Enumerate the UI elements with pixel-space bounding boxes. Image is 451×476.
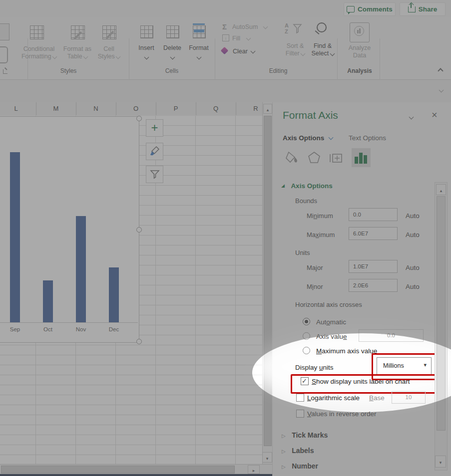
fill-button[interactable]: ↓ Fill [221, 34, 256, 43]
sort-filter-button[interactable]: AZ Sort & Filter [281, 21, 310, 72]
section-number[interactable]: ▷ Number [282, 462, 318, 471]
chart-category-axis: SepOctNovDec [0, 117, 138, 342]
chart-handle-right-mid[interactable] [136, 227, 142, 233]
tab-axis-options[interactable]: Axis Options [283, 134, 333, 142]
pane-scroll-thumb[interactable] [437, 196, 446, 431]
max-axis-value-radio[interactable] [303, 347, 310, 354]
excel-window: Comments Share Conditional Formatting [0, 0, 451, 476]
reverse-order-label: Values in reverse order [307, 410, 377, 418]
insert-button[interactable]: Insert [134, 22, 159, 72]
autosum-button[interactable]: Σ AutoSum [221, 22, 268, 31]
automatic-radio[interactable] [303, 318, 310, 325]
chart-filters-button[interactable] [146, 166, 163, 183]
minor-input[interactable]: 2.0E6 [349, 279, 398, 292]
clear-button[interactable]: Clear [220, 46, 260, 56]
clipped-ribbon-group [0, 23, 9, 40]
chart-category-label: Dec [103, 326, 125, 332]
eraser-icon [221, 47, 229, 55]
formula-bar-expand-icon[interactable] [439, 88, 444, 93]
axis-crosses-label: Horizontal axis crosses [295, 301, 362, 308]
share-button[interactable]: Share [400, 2, 446, 16]
formula-bar[interactable] [0, 80, 451, 103]
reverse-order-checkbox[interactable] [296, 410, 304, 418]
chart-handle-top-right[interactable] [136, 116, 142, 121]
expanded-triangle-icon: ◢ [281, 183, 285, 188]
effects-icon[interactable] [307, 150, 322, 165]
scroll-down-button[interactable]: ▾ [262, 452, 272, 463]
column-header[interactable]: L [0, 102, 36, 115]
insert-icon [140, 25, 153, 38]
close-icon[interactable]: × [432, 109, 438, 121]
bounds-label: Bounds [295, 197, 317, 205]
search-icon [317, 22, 327, 32]
scroll-right-button[interactable]: ▸ [248, 465, 260, 474]
minor-auto-button[interactable]: Auto [406, 283, 420, 290]
collapsed-triangle-icon: ▷ [282, 449, 286, 454]
pane-menu-icon[interactable] [409, 115, 414, 120]
axis-value-input[interactable]: 0.0 [359, 329, 424, 342]
comments-button[interactable]: Comments [344, 2, 396, 16]
axis-value-radio[interactable] [303, 332, 310, 340]
column-header[interactable]: P [156, 102, 196, 115]
sort-az-icon: AZ [285, 22, 289, 34]
chart-handle-bottom-right[interactable] [136, 339, 142, 344]
minimum-input[interactable]: 0.0 [349, 208, 398, 221]
logarithmic-label: Logarithmic scale [307, 394, 360, 402]
major-auto-button[interactable]: Auto [406, 264, 420, 271]
share-icon [408, 6, 416, 12]
cell-styles-icon [102, 25, 116, 39]
maximum-auto-button[interactable]: Auto [406, 231, 420, 238]
collapse-ribbon-icon[interactable] [438, 68, 443, 73]
delete-button[interactable]: Delete [160, 22, 185, 72]
collapsed-triangle-icon: ▷ [282, 433, 286, 439]
chart-styles-button[interactable] [146, 143, 163, 160]
maximum-label: Maximum [307, 231, 335, 238]
pane-scroll-down-button[interactable]: ▾ [435, 456, 446, 468]
sigma-icon: Σ [222, 22, 227, 31]
chart-elements-button[interactable]: + [146, 119, 163, 137]
hscroll-thumb[interactable] [1, 466, 235, 474]
chart-category-label: Nov [70, 326, 92, 332]
chart-object[interactable]: SepOctNovDec [0, 116, 139, 343]
cells-group-label: Cells [152, 67, 192, 74]
chart-category-label: Oct [37, 326, 59, 332]
format-as-table-button[interactable]: Format as Table [61, 22, 94, 72]
chart-category-label: Sep [4, 326, 26, 332]
scroll-up-button[interactable]: ▴ [263, 104, 272, 114]
major-input[interactable]: 1.0E7 [349, 260, 398, 273]
cell-styles-button[interactable]: Cell Styles [94, 22, 124, 72]
maximum-input[interactable]: 6.0E7 [349, 227, 398, 240]
analysis-group-label: Analysis [340, 67, 380, 74]
conditional-formatting-button[interactable]: Conditional Formatting [22, 22, 55, 72]
minor-label: Minor [307, 283, 323, 290]
size-properties-icon[interactable] [329, 150, 345, 165]
pane-title: Format Axis [283, 109, 338, 121]
column-header[interactable]: R [236, 102, 262, 115]
column-header[interactable]: Q [196, 102, 236, 115]
paintbrush-icon [149, 146, 160, 157]
clipped-ribbon-glyph [0, 46, 8, 63]
column-header[interactable]: O [116, 102, 156, 115]
conditional-formatting-icon [30, 25, 44, 39]
fill-line-icon[interactable] [285, 150, 300, 165]
find-select-button[interactable]: Find & Select [309, 21, 337, 72]
section-labels[interactable]: ▷ Labels [282, 446, 314, 455]
axis-options-icon-selected[interactable] [352, 148, 371, 167]
analyze-data-button[interactable]: Analyze Data [345, 21, 375, 72]
vscroll-thumb[interactable] [264, 116, 272, 446]
pane-scroll-up-button[interactable]: ▴ [436, 184, 446, 195]
collapsed-triangle-icon: ▷ [282, 464, 286, 470]
dialog-launcher-icon[interactable] [3, 69, 7, 74]
max-axis-value-label: Maximum axis value [316, 347, 377, 355]
column-header[interactable]: N [76, 102, 116, 115]
column-header[interactable]: M [36, 102, 76, 115]
share-label: Share [419, 5, 438, 13]
base-input[interactable]: 10 [392, 391, 426, 404]
section-tick-marks[interactable]: ▷ Tick Marks [282, 431, 328, 440]
section-axis-options[interactable]: ◢ Axis Options [281, 181, 333, 190]
format-button[interactable]: Format [186, 22, 212, 72]
minimum-auto-button[interactable]: Auto [406, 212, 420, 220]
logarithmic-checkbox[interactable] [296, 394, 304, 402]
tab-text-options[interactable]: Text Options [349, 134, 386, 142]
plus-icon: + [151, 121, 158, 134]
